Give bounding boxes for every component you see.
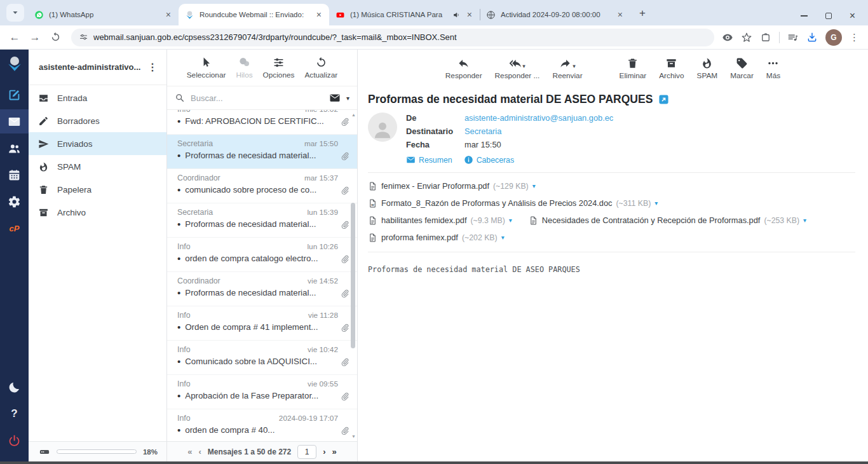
youtube-icon <box>336 10 345 20</box>
headers-button[interactable]: Cabeceras <box>464 155 514 165</box>
message-row[interactable]: Info vie 11:28 • Orden de compra # 41 im… <box>167 306 357 341</box>
last-page-button[interactable]: » <box>332 447 337 456</box>
search-options-chevron-icon[interactable]: ▾ <box>346 95 349 102</box>
mark-button[interactable]: Marcar <box>730 57 754 80</box>
to-address-link[interactable]: Secretaria <box>465 126 501 136</box>
window-close-button[interactable]: × <box>850 13 855 19</box>
select-button[interactable]: Seleccionar <box>187 56 226 79</box>
from-address-link[interactable]: asistente-administrativo@sanjuan.gob.ec <box>465 113 613 123</box>
tab-close-icon[interactable]: × <box>466 10 473 20</box>
threads-button[interactable]: Hilos <box>236 56 252 79</box>
open-in-new-window-icon[interactable] <box>658 94 669 105</box>
archivebox-icon <box>38 207 49 218</box>
site-settings-icon[interactable] <box>79 32 88 42</box>
date-label: Fecha <box>406 140 465 149</box>
message-row[interactable]: Info 2024-09-19 17:07 • orden de compra … <box>167 409 357 441</box>
attachment-item[interactable]: proforma fenimex.pdf (~202 KB) ▾ <box>368 232 505 243</box>
options-button[interactable]: Opciones <box>263 56 295 79</box>
message-date: mié 13:02 <box>305 110 338 114</box>
sidebar-item-calendar[interactable] <box>0 163 29 187</box>
browser-tab[interactable]: (1) Música CRISTIANA Para × <box>329 4 480 25</box>
tab-search-button[interactable] <box>6 4 24 22</box>
attachment-item[interactable]: fenimex - Enviar Proforma.pdf (~129 KB) … <box>368 181 536 192</box>
prev-page-button[interactable]: ‹ <box>198 447 201 456</box>
info-icon <box>464 155 473 165</box>
tab-close-icon[interactable]: × <box>315 10 323 20</box>
chevron-down-icon[interactable]: ▾ <box>509 217 512 224</box>
chevron-down-icon[interactable]: ▾ <box>654 200 658 207</box>
dark-mode-button[interactable] <box>0 375 29 399</box>
download-icon[interactable] <box>806 32 818 43</box>
message-row[interactable]: Secretaria lun 15:39 • Proformas de nece… <box>167 203 357 238</box>
search-scope-icon[interactable] <box>329 92 341 104</box>
page-number-input[interactable] <box>297 445 316 459</box>
scroll-up-icon[interactable]: ▲ <box>351 113 356 117</box>
address-bar[interactable]: webmail.sanjuan.gob.ec/cpsess2312679074/… <box>71 29 714 46</box>
bookmark-star-icon[interactable] <box>741 32 752 43</box>
window-minimize-button[interactable] <box>801 15 808 17</box>
message-row[interactable]: Coordinador mar 15:37 • comunicado sobre… <box>167 169 357 203</box>
compose-button[interactable] <box>0 83 29 107</box>
new-tab-button[interactable]: + <box>634 5 651 22</box>
more-button[interactable]: Más <box>766 57 780 80</box>
reload-button[interactable] <box>47 29 64 46</box>
message-row[interactable]: Coordinador vie 14:52 • Proformas de nec… <box>167 272 357 306</box>
next-page-button[interactable]: › <box>323 447 325 456</box>
message-row[interactable]: Info vie 10:42 • Comunicado sobre la ADQ… <box>167 341 357 375</box>
attachment-item[interactable]: w Formato_8_Razón de Proformas y Análisi… <box>368 198 658 209</box>
chevron-down-icon[interactable]: ▾ <box>522 64 526 69</box>
cursor-icon <box>200 57 212 69</box>
spam-button[interactable]: SPAM <box>697 57 718 80</box>
forward-button[interactable]: → <box>27 29 43 46</box>
media-playlist-icon[interactable] <box>787 32 799 43</box>
folder-item-archivo[interactable]: Archivo <box>29 201 166 224</box>
tab-audio-icon[interactable] <box>452 11 461 19</box>
browser-tab[interactable]: Roundcube Webmail :: Enviado: × <box>179 4 329 25</box>
scrollbar-thumb[interactable] <box>351 203 355 348</box>
chevron-down-icon[interactable]: ▾ <box>532 182 536 189</box>
help-button[interactable]: ? <box>0 402 29 426</box>
back-button[interactable]: ← <box>6 29 23 46</box>
search-input[interactable] <box>191 93 323 103</box>
reply-button[interactable]: Responder <box>445 57 482 80</box>
forward-button[interactable]: ▾ Reenviar <box>552 57 582 80</box>
chevron-down-icon[interactable]: ▾ <box>803 217 806 224</box>
first-page-button[interactable]: « <box>187 447 192 456</box>
browser-tab[interactable]: (1) WhatsApp × <box>28 4 179 25</box>
profile-avatar[interactable]: G <box>825 29 842 46</box>
summary-button[interactable]: Resumen <box>406 155 452 165</box>
attachments-section: fenimex - Enviar Proforma.pdf (~129 KB) … <box>368 172 855 252</box>
folder-options-icon[interactable]: ⋮ <box>145 61 160 73</box>
sidebar-item-contacts[interactable] <box>0 136 29 160</box>
browser-tab[interactable]: Actividad 2024-09-20 08:00:00 × <box>480 4 630 25</box>
chevron-down-icon[interactable]: ▾ <box>573 64 576 69</box>
archive-button[interactable]: Archivo <box>659 57 684 80</box>
list-scrollbar[interactable]: ▲ ▼ <box>349 110 357 441</box>
folder-item-spam[interactable]: SPAM <box>29 155 166 178</box>
message-row[interactable]: Info vie 09:55 • Aprobación de la Fase P… <box>167 375 357 409</box>
sidebar-item-mail[interactable] <box>0 109 29 133</box>
attachment-item[interactable]: Necesidades de Contratación y Recepción … <box>529 215 806 226</box>
tab-close-icon[interactable]: × <box>616 10 624 20</box>
sidebar-item-cpanel[interactable]: cP <box>0 216 29 240</box>
scroll-down-icon[interactable]: ▼ <box>351 434 356 439</box>
eye-icon[interactable] <box>722 32 733 43</box>
attachment-item[interactable]: habilitantes femidex.pdf (~9.3 MB) ▾ <box>368 215 512 226</box>
extensions-icon[interactable] <box>760 32 771 43</box>
folder-item-entrada[interactable]: Entrada <box>29 86 166 109</box>
folder-item-enviados[interactable]: Enviados <box>29 132 166 155</box>
folder-item-papelera[interactable]: Papelera <box>29 178 166 201</box>
window-maximize-button[interactable] <box>825 13 832 19</box>
chevron-down-icon[interactable]: ▾ <box>501 234 505 241</box>
message-row[interactable]: Info lun 10:26 • orden de compra catalog… <box>167 238 357 272</box>
folder-item-borradores[interactable]: Borradores <box>29 109 166 132</box>
browser-menu-icon[interactable]: ⋮ <box>850 32 859 43</box>
message-row[interactable]: Secretaria mar 15:50 • Proformas de nece… <box>167 135 357 169</box>
delete-button[interactable]: Eliminar <box>620 57 647 80</box>
sidebar-item-settings[interactable] <box>0 189 29 214</box>
message-row[interactable]: Info mié 13:02 • Fwd: APROBACION DE CERT… <box>167 110 357 135</box>
reply-all-button[interactable]: ▾ Responder ... <box>495 57 540 80</box>
tab-close-icon[interactable]: × <box>165 10 172 20</box>
logout-button[interactable] <box>0 428 29 453</box>
refresh-button[interactable]: Actualizar <box>304 56 337 79</box>
